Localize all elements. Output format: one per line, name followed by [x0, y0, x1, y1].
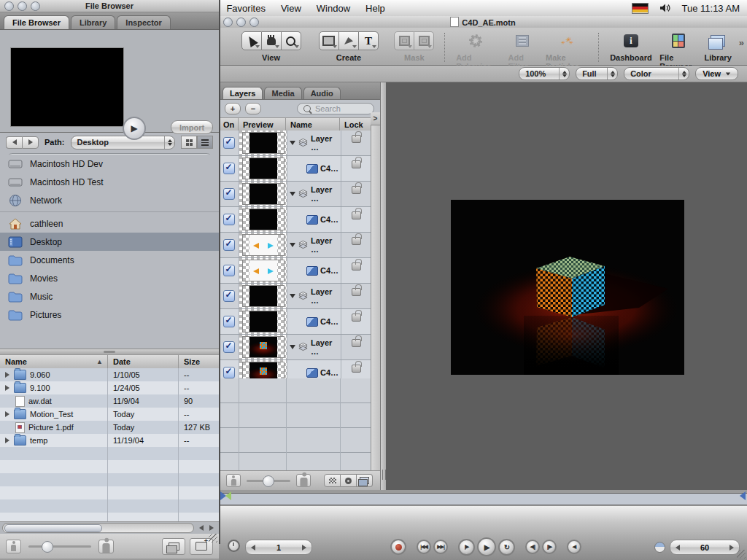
layer-group-row[interactable]: Layer … — [219, 182, 371, 207]
layer-name-cell[interactable]: C4… — [287, 207, 341, 232]
bezier-tool-button[interactable] — [339, 31, 359, 50]
column-on[interactable]: On — [219, 118, 239, 131]
show-masks-button[interactable] — [357, 474, 373, 487]
play-button[interactable]: ▶ — [477, 537, 496, 556]
lock-open-icon[interactable] — [352, 288, 361, 296]
disclosure-triangle[interactable] — [4, 385, 10, 391]
layer-visibility-checkbox[interactable] — [223, 239, 235, 251]
disclosure-open-icon[interactable] — [290, 141, 295, 145]
motion-title-bar[interactable]: C4D_AE.motn — [219, 16, 747, 28]
render-quality-popup[interactable]: Full — [576, 67, 618, 80]
tab-audio[interactable]: Audio — [303, 87, 341, 99]
make-particles-button[interactable]: ✳✳✳ Make Particles — [546, 31, 588, 71]
column-preview[interactable]: Preview — [239, 118, 286, 131]
scrollbar-track[interactable] — [2, 523, 194, 533]
add-layer-button[interactable]: + — [225, 103, 241, 114]
lock-open-icon[interactable] — [352, 314, 361, 322]
zoom-level-popup[interactable]: 100% — [519, 67, 570, 80]
layer-visibility-checkbox[interactable] — [223, 214, 235, 225]
duration-value[interactable]: 60 — [680, 543, 729, 552]
layer-visibility-checkbox[interactable] — [223, 188, 235, 200]
show-transparency-button[interactable] — [324, 474, 341, 487]
back-button[interactable] — [6, 136, 22, 149]
sidebar-item-music[interactable]: Music — [0, 287, 219, 306]
path-popup[interactable]: Desktop — [71, 136, 176, 149]
layers-scrollbar[interactable] — [371, 112, 381, 470]
window-resize-grip[interactable] — [209, 534, 217, 542]
lock-open-icon[interactable] — [352, 339, 361, 347]
loop-button[interactable]: ↻ — [498, 539, 515, 556]
column-date[interactable]: Date — [108, 355, 179, 368]
file-row-picture-1-pdf[interactable]: Picture 1.pdfToday127 KB — [0, 421, 219, 434]
step-forward-button[interactable]: ||▶ — [542, 540, 557, 554]
file-row-motion-test[interactable]: Motion_TestToday-- — [0, 408, 219, 421]
channel-popup[interactable]: Color — [624, 67, 689, 80]
menu-favorites[interactable]: Favorites — [226, 3, 265, 14]
lock-open-icon[interactable] — [352, 160, 361, 168]
input-language-flag-icon[interactable] — [632, 3, 649, 14]
horizontal-scrollbar[interactable] — [0, 521, 219, 534]
sidebar-item-network[interactable]: Network — [0, 191, 219, 209]
go-to-start-button[interactable]: |◀◀ — [417, 540, 431, 554]
icon-view-button[interactable] — [181, 136, 197, 149]
tab-library[interactable]: Library — [71, 15, 115, 29]
file-row-9-060[interactable]: 9.0601/10/05-- — [0, 368, 219, 381]
lock-open-icon[interactable] — [352, 135, 361, 143]
layer-name-cell[interactable]: Layer … — [287, 335, 341, 359]
timecode-clock-icon[interactable] — [228, 540, 240, 552]
menu-bar-clock[interactable]: Tue 11:13 AM — [682, 3, 740, 14]
sidebar-item-documents[interactable]: Documents — [0, 251, 219, 269]
layer-name-cell[interactable]: Layer … — [287, 233, 341, 257]
current-frame-field[interactable]: 1 — [245, 540, 312, 555]
mini-timeline[interactable] — [219, 490, 747, 506]
tab-media[interactable]: Media — [264, 87, 301, 99]
add-filter-button[interactable]: Add Filter — [508, 31, 537, 71]
tab-layers[interactable]: Layers — [222, 87, 263, 99]
menu-view[interactable]: View — [281, 3, 301, 14]
layer-group-row[interactable]: Layer … — [219, 335, 371, 360]
layer-group-row[interactable]: Layer … — [219, 131, 371, 156]
preview-play-button[interactable]: ▶ — [123, 117, 146, 140]
large-rows-button[interactable] — [296, 474, 311, 487]
layer-visibility-checkbox[interactable] — [223, 163, 235, 174]
disclosure-open-icon[interactable] — [290, 192, 295, 196]
file-row-aw-dat[interactable]: aw.dat11/9/0490 — [0, 394, 219, 408]
layer-name-cell[interactable]: Layer … — [287, 284, 341, 308]
layer-visibility-checkbox[interactable] — [223, 137, 235, 149]
forward-button[interactable] — [22, 136, 39, 149]
lock-open-icon[interactable] — [352, 262, 361, 271]
column-overflow-chevron[interactable]: > — [371, 112, 380, 125]
sidebar-item-movies[interactable]: Movies — [0, 269, 219, 287]
tab-inspector[interactable]: Inspector — [117, 15, 171, 29]
layers-search-field[interactable] — [297, 103, 374, 114]
view-menu-button[interactable]: View — [695, 67, 738, 80]
small-rows-button[interactable] — [226, 474, 241, 487]
duration-increment-arrow[interactable] — [729, 545, 734, 551]
playhead-marker[interactable] — [220, 491, 232, 501]
lock-open-icon[interactable] — [352, 237, 361, 245]
disclosure-triangle[interactable] — [4, 372, 10, 378]
record-button[interactable] — [390, 539, 406, 555]
layer-name-cell[interactable]: C4… — [287, 258, 341, 283]
column-size[interactable]: Size — [179, 355, 219, 368]
sidebar-item-pictures[interactable]: Pictures — [0, 306, 219, 324]
import-button[interactable]: Import — [171, 120, 213, 134]
volume-icon[interactable] — [659, 3, 671, 13]
rectangle-tool-button[interactable] — [319, 31, 339, 50]
column-name[interactable]: Name — [286, 118, 340, 131]
duplicate-button[interactable] — [162, 538, 185, 555]
toolbar-overflow-chevron[interactable]: » — [739, 37, 744, 48]
layer-group-row[interactable]: Layer … — [219, 284, 371, 309]
mini-timeline-track[interactable] — [219, 493, 747, 505]
lock-open-icon[interactable] — [352, 211, 361, 219]
layer-clip-row[interactable]: C4… — [219, 309, 371, 335]
sidebar-item-desktop[interactable]: Desktop — [0, 233, 219, 251]
show-behaviors-button[interactable] — [341, 474, 357, 487]
canvas-area[interactable] — [386, 82, 747, 490]
disclosure-open-icon[interactable] — [290, 294, 295, 298]
layer-clip-row[interactable]: C4… — [219, 258, 371, 284]
remove-layer-button[interactable]: − — [245, 103, 261, 114]
icon-size-slider[interactable] — [28, 545, 91, 548]
lock-open-icon[interactable] — [352, 365, 361, 373]
disclosure-open-icon[interactable] — [290, 243, 295, 247]
